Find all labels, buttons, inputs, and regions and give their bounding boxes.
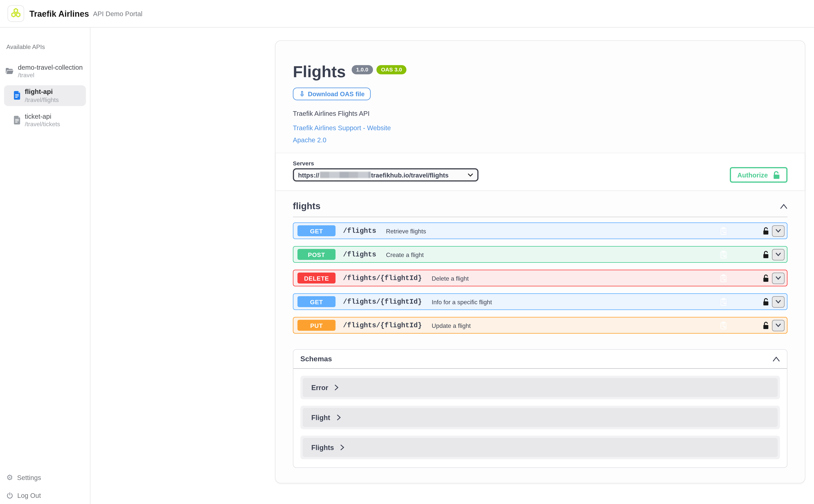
folder-icon bbox=[5, 67, 14, 75]
settings-label: Settings bbox=[17, 474, 41, 481]
download-label: Download OAS file bbox=[308, 90, 364, 97]
api-path: /travel bbox=[18, 72, 83, 79]
servers-label: Servers bbox=[293, 160, 787, 167]
clipboard-import-icon[interactable] bbox=[720, 321, 727, 329]
model-name: Flight bbox=[311, 414, 330, 422]
auth-lock-icon[interactable] bbox=[763, 321, 769, 329]
model-container: Error bbox=[300, 376, 780, 399]
download-icon: ⇩ bbox=[299, 90, 305, 97]
sidebar-item-settings[interactable]: ⚙ Settings bbox=[6, 474, 41, 481]
expand-operation-button[interactable] bbox=[772, 249, 785, 260]
operation-row-put-flight[interactable]: PUT /flights/{flightId} Update a flight bbox=[293, 317, 787, 334]
api-path: /travel/flights bbox=[25, 96, 59, 103]
chevron-right-icon bbox=[340, 444, 344, 451]
page-title: Flights bbox=[293, 64, 346, 80]
clipboard-import-icon[interactable] bbox=[720, 250, 727, 259]
api-list: demo-travel-collection /travel flight-ap… bbox=[0, 61, 90, 130]
collapse-schemas-button[interactable] bbox=[773, 356, 780, 362]
models-list: Error Flight Flights bbox=[293, 369, 787, 467]
expand-operation-button[interactable] bbox=[772, 296, 785, 308]
license-link[interactable]: Apache 2.0 bbox=[293, 137, 787, 143]
operation-row-delete-flight[interactable]: DELETE /flights/{flightId} Delete a flig… bbox=[293, 270, 787, 286]
operation-path: /flights/{flightId} bbox=[343, 321, 422, 329]
auth-lock-icon[interactable] bbox=[763, 250, 769, 259]
power-icon bbox=[6, 492, 13, 499]
operation-path: /flights/{flightId} bbox=[343, 298, 422, 306]
file-icon-gray bbox=[13, 116, 21, 124]
chevron-right-icon bbox=[334, 384, 338, 391]
divider bbox=[293, 217, 787, 217]
chevron-down-icon bbox=[775, 276, 781, 280]
traefik-hub-logo-icon bbox=[7, 5, 24, 22]
api-description: Traefik Airlines Flights API bbox=[293, 110, 787, 117]
schemas-section: Schemas Error bbox=[293, 349, 787, 468]
sidebar-item-ticket-api[interactable]: ticket-api /travel/tickets bbox=[4, 110, 86, 130]
clipboard-import-icon[interactable] bbox=[720, 274, 727, 282]
sidebar: Available APIs demo-travel-collection /t… bbox=[0, 28, 90, 504]
operation-row-post-flights[interactable]: POST /flights Create a flight bbox=[293, 246, 787, 263]
chevron-down-icon bbox=[775, 229, 781, 233]
api-name: demo-travel-collection bbox=[18, 64, 83, 72]
operation-summary: Retrieve flights bbox=[386, 227, 426, 234]
server-select[interactable]: https://traefikhub.io/travel/flights bbox=[293, 168, 479, 182]
clipboard-import-icon[interactable] bbox=[720, 227, 727, 235]
operations-list: GET /flights Retrieve flights POST /flig… bbox=[293, 222, 787, 334]
model-row-error[interactable]: Error bbox=[303, 378, 778, 397]
operation-row-get-flights[interactable]: GET /flights Retrieve flights bbox=[293, 222, 787, 239]
method-badge: GET bbox=[297, 225, 335, 236]
sidebar-item-demo-travel-collection[interactable]: demo-travel-collection /travel bbox=[4, 61, 86, 81]
api-name: flight-api bbox=[25, 88, 59, 96]
version-badge: 1.0.0 bbox=[351, 65, 373, 74]
auth-lock-icon[interactable] bbox=[763, 274, 769, 282]
logout-label: Log Out bbox=[17, 492, 41, 499]
operation-summary: Delete a flight bbox=[432, 275, 469, 282]
chevron-down-icon bbox=[775, 300, 781, 304]
model-row-flight[interactable]: Flight bbox=[303, 408, 778, 427]
scheme-container: Servers https://traefikhub.io/travel/fli… bbox=[275, 153, 805, 190]
chevron-down-icon bbox=[775, 323, 781, 327]
server-url-prefix: https:// bbox=[298, 172, 319, 178]
sidebar-item-logout[interactable]: Log Out bbox=[6, 492, 41, 499]
expand-operation-button[interactable] bbox=[772, 272, 785, 284]
sidebar-item-flight-api[interactable]: flight-api /travel/flights bbox=[4, 85, 86, 106]
expand-operation-button[interactable] bbox=[772, 320, 785, 331]
method-badge: GET bbox=[297, 296, 335, 307]
auth-lock-icon[interactable] bbox=[763, 227, 769, 235]
authorize-label: Authorize bbox=[737, 172, 768, 178]
section-title: flights bbox=[293, 201, 320, 211]
chevron-right-icon bbox=[336, 414, 340, 421]
page: Traefik Airlines API Demo Portal Availab… bbox=[0, 0, 814, 504]
expand-operation-button[interactable] bbox=[772, 225, 785, 237]
operation-path: /flights bbox=[343, 250, 376, 259]
authorize-button[interactable]: Authorize bbox=[730, 167, 787, 183]
model-name: Flights bbox=[311, 443, 334, 452]
brand-subtitle: API Demo Portal bbox=[93, 10, 142, 17]
download-oas-button[interactable]: ⇩ Download OAS file bbox=[293, 88, 371, 100]
model-container: Flight bbox=[300, 406, 780, 429]
chevron-down-icon bbox=[775, 252, 781, 256]
api-name: ticket-api bbox=[25, 113, 60, 120]
support-link[interactable]: Traefik Airlines Support - Website bbox=[293, 124, 787, 131]
app-header: Traefik Airlines API Demo Portal bbox=[0, 0, 814, 28]
chevron-down-icon bbox=[468, 173, 473, 177]
brand-title: Traefik Airlines bbox=[29, 9, 89, 18]
method-badge: POST bbox=[297, 249, 335, 260]
collapse-section-button[interactable] bbox=[780, 204, 787, 209]
schemas-title: Schemas bbox=[300, 355, 332, 363]
model-container: Flights bbox=[300, 436, 780, 459]
model-row-flights[interactable]: Flights bbox=[303, 438, 778, 457]
chevron-up-icon bbox=[780, 204, 787, 209]
auth-lock-icon[interactable] bbox=[763, 298, 769, 306]
clipboard-import-icon[interactable] bbox=[720, 298, 727, 306]
oas-badge: OAS 3.0 bbox=[376, 65, 406, 74]
operation-summary: Update a flight bbox=[432, 322, 471, 329]
api-info: Flights 1.0.0 OAS 3.0 ⇩ Download OAS fil… bbox=[293, 41, 787, 143]
server-url-redacted bbox=[320, 172, 370, 178]
operation-row-get-flight-by-id[interactable]: GET /flights/{flightId} Info for a speci… bbox=[293, 293, 787, 310]
chevron-up-icon bbox=[773, 356, 780, 362]
operation-summary: Create a flight bbox=[386, 251, 424, 258]
server-url-suffix: traefikhub.io/travel/flights bbox=[371, 172, 449, 178]
api-path: /travel/tickets bbox=[25, 120, 60, 127]
operation-summary: Info for a specific flight bbox=[432, 298, 492, 305]
unlock-icon bbox=[773, 171, 780, 179]
